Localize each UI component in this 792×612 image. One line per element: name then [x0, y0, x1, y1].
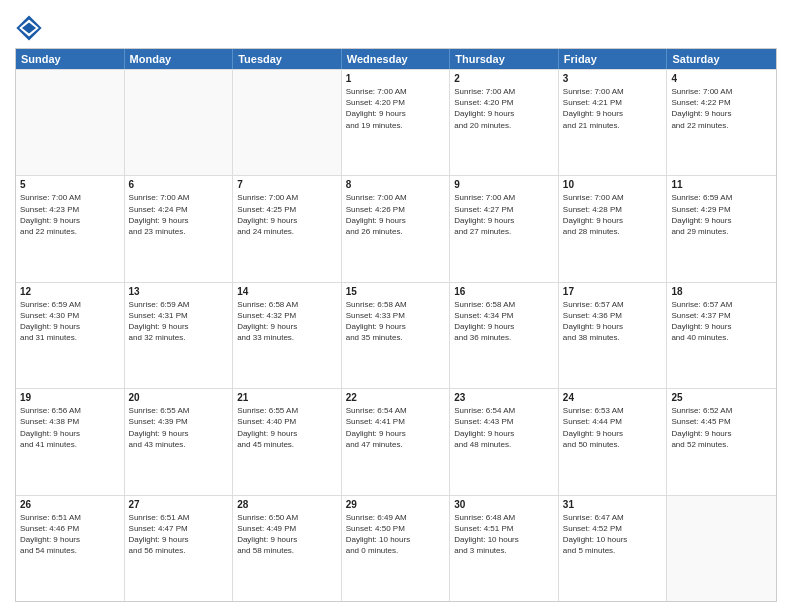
cell-info-line: Sunset: 4:26 PM [346, 204, 446, 215]
day-number: 8 [346, 179, 446, 190]
calendar-day-18: 18Sunrise: 6:57 AMSunset: 4:37 PMDayligh… [667, 283, 776, 388]
cell-info-line: Sunset: 4:32 PM [237, 310, 337, 321]
cell-info-line: and 45 minutes. [237, 439, 337, 450]
weekday-header-tuesday: Tuesday [233, 49, 342, 69]
calendar: SundayMondayTuesdayWednesdayThursdayFrid… [15, 48, 777, 602]
cell-info-line: Daylight: 9 hours [671, 108, 772, 119]
calendar-day-3: 3Sunrise: 7:00 AMSunset: 4:21 PMDaylight… [559, 70, 668, 175]
calendar-day-8: 8Sunrise: 7:00 AMSunset: 4:26 PMDaylight… [342, 176, 451, 281]
cell-info-line: Daylight: 9 hours [454, 321, 554, 332]
calendar-day-13: 13Sunrise: 6:59 AMSunset: 4:31 PMDayligh… [125, 283, 234, 388]
day-number: 15 [346, 286, 446, 297]
cell-info-line: Sunset: 4:34 PM [454, 310, 554, 321]
weekday-header-monday: Monday [125, 49, 234, 69]
cell-info-line: Sunrise: 6:58 AM [237, 299, 337, 310]
cell-info-line: Sunset: 4:43 PM [454, 416, 554, 427]
cell-info-line: Sunset: 4:49 PM [237, 523, 337, 534]
calendar-day-20: 20Sunrise: 6:55 AMSunset: 4:39 PMDayligh… [125, 389, 234, 494]
calendar-day-30: 30Sunrise: 6:48 AMSunset: 4:51 PMDayligh… [450, 496, 559, 601]
day-number: 23 [454, 392, 554, 403]
cell-info-line: Daylight: 9 hours [20, 215, 120, 226]
cell-info-line: Daylight: 10 hours [563, 534, 663, 545]
cell-info-line: and 28 minutes. [563, 226, 663, 237]
cell-info-line: and 43 minutes. [129, 439, 229, 450]
cell-info-line: Sunset: 4:47 PM [129, 523, 229, 534]
logo [15, 14, 46, 42]
cell-info-line: Sunset: 4:44 PM [563, 416, 663, 427]
cell-info-line: Sunset: 4:39 PM [129, 416, 229, 427]
cell-info-line: Sunrise: 7:00 AM [454, 192, 554, 203]
cell-info-line: Sunrise: 6:55 AM [237, 405, 337, 416]
cell-info-line: Daylight: 9 hours [563, 108, 663, 119]
cell-info-line: Daylight: 9 hours [20, 428, 120, 439]
cell-info-line: Daylight: 9 hours [129, 321, 229, 332]
cell-info-line: Sunrise: 6:59 AM [129, 299, 229, 310]
day-number: 3 [563, 73, 663, 84]
cell-info-line: Daylight: 9 hours [129, 534, 229, 545]
cell-info-line: Sunrise: 6:54 AM [454, 405, 554, 416]
cell-info-line: and 32 minutes. [129, 332, 229, 343]
cell-info-line: Sunset: 4:20 PM [454, 97, 554, 108]
calendar-day-22: 22Sunrise: 6:54 AMSunset: 4:41 PMDayligh… [342, 389, 451, 494]
cell-info-line: Daylight: 9 hours [563, 215, 663, 226]
cell-info-line: Sunrise: 6:53 AM [563, 405, 663, 416]
calendar-day-1: 1Sunrise: 7:00 AMSunset: 4:20 PMDaylight… [342, 70, 451, 175]
cell-info-line: and 40 minutes. [671, 332, 772, 343]
cell-info-line: and 54 minutes. [20, 545, 120, 556]
cell-info-line: Sunset: 4:50 PM [346, 523, 446, 534]
cell-info-line: Sunset: 4:25 PM [237, 204, 337, 215]
calendar-day-16: 16Sunrise: 6:58 AMSunset: 4:34 PMDayligh… [450, 283, 559, 388]
calendar-day-6: 6Sunrise: 7:00 AMSunset: 4:24 PMDaylight… [125, 176, 234, 281]
cell-info-line: Sunset: 4:30 PM [20, 310, 120, 321]
cell-info-line: Daylight: 9 hours [346, 321, 446, 332]
day-number: 17 [563, 286, 663, 297]
cell-info-line: and 26 minutes. [346, 226, 446, 237]
weekday-header-thursday: Thursday [450, 49, 559, 69]
calendar-day-4: 4Sunrise: 7:00 AMSunset: 4:22 PMDaylight… [667, 70, 776, 175]
cell-info-line: Sunset: 4:22 PM [671, 97, 772, 108]
cell-info-line: Sunrise: 7:00 AM [454, 86, 554, 97]
cell-info-line: and 41 minutes. [20, 439, 120, 450]
cell-info-line: Sunset: 4:37 PM [671, 310, 772, 321]
calendar-day-21: 21Sunrise: 6:55 AMSunset: 4:40 PMDayligh… [233, 389, 342, 494]
cell-info-line: Daylight: 9 hours [237, 428, 337, 439]
calendar-day-empty [233, 70, 342, 175]
cell-info-line: Daylight: 9 hours [237, 321, 337, 332]
cell-info-line: Sunset: 4:21 PM [563, 97, 663, 108]
day-number: 6 [129, 179, 229, 190]
cell-info-line: Daylight: 9 hours [20, 321, 120, 332]
calendar-day-5: 5Sunrise: 7:00 AMSunset: 4:23 PMDaylight… [16, 176, 125, 281]
cell-info-line: and 58 minutes. [237, 545, 337, 556]
header [15, 10, 777, 42]
calendar-day-31: 31Sunrise: 6:47 AMSunset: 4:52 PMDayligh… [559, 496, 668, 601]
calendar-day-9: 9Sunrise: 7:00 AMSunset: 4:27 PMDaylight… [450, 176, 559, 281]
calendar-day-29: 29Sunrise: 6:49 AMSunset: 4:50 PMDayligh… [342, 496, 451, 601]
cell-info-line: and 22 minutes. [20, 226, 120, 237]
cell-info-line: and 5 minutes. [563, 545, 663, 556]
cell-info-line: and 50 minutes. [563, 439, 663, 450]
cell-info-line: Sunrise: 7:00 AM [346, 86, 446, 97]
cell-info-line: Sunset: 4:24 PM [129, 204, 229, 215]
cell-info-line: Sunset: 4:45 PM [671, 416, 772, 427]
cell-info-line: Sunrise: 6:52 AM [671, 405, 772, 416]
cell-info-line: Sunset: 4:33 PM [346, 310, 446, 321]
cell-info-line: Daylight: 9 hours [346, 215, 446, 226]
day-number: 26 [20, 499, 120, 510]
day-number: 2 [454, 73, 554, 84]
cell-info-line: Sunset: 4:52 PM [563, 523, 663, 534]
cell-info-line: Sunrise: 6:57 AM [671, 299, 772, 310]
calendar-day-2: 2Sunrise: 7:00 AMSunset: 4:20 PMDaylight… [450, 70, 559, 175]
day-number: 31 [563, 499, 663, 510]
day-number: 22 [346, 392, 446, 403]
cell-info-line: Sunset: 4:41 PM [346, 416, 446, 427]
calendar-day-empty [667, 496, 776, 601]
calendar-day-10: 10Sunrise: 7:00 AMSunset: 4:28 PMDayligh… [559, 176, 668, 281]
cell-info-line: and 48 minutes. [454, 439, 554, 450]
cell-info-line: Daylight: 10 hours [346, 534, 446, 545]
cell-info-line: Daylight: 9 hours [671, 215, 772, 226]
calendar-day-24: 24Sunrise: 6:53 AMSunset: 4:44 PMDayligh… [559, 389, 668, 494]
cell-info-line: Sunset: 4:51 PM [454, 523, 554, 534]
cell-info-line: Daylight: 9 hours [563, 428, 663, 439]
calendar-week-1: 5Sunrise: 7:00 AMSunset: 4:23 PMDaylight… [16, 175, 776, 281]
cell-info-line: Daylight: 9 hours [346, 428, 446, 439]
